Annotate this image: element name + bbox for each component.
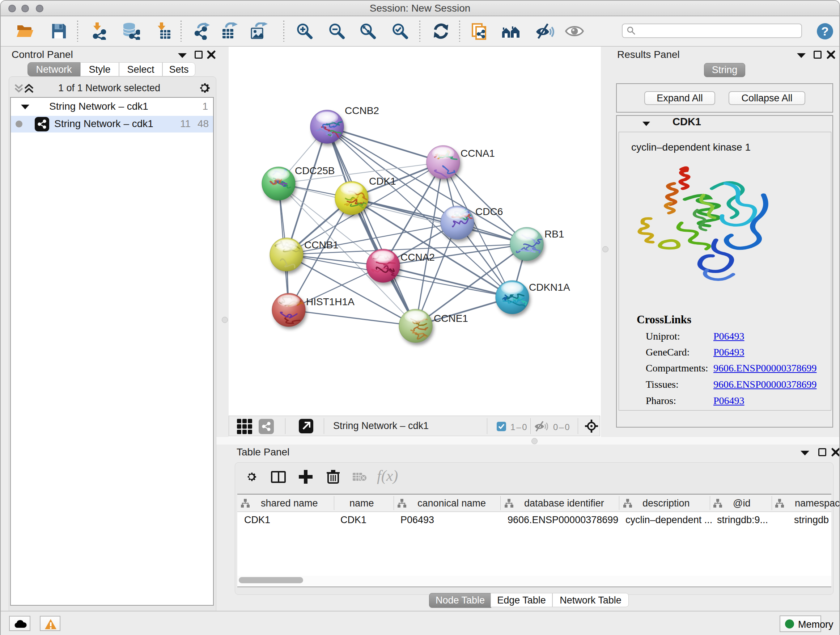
svg-text:CCNB1: CCNB1 <box>304 239 339 250</box>
svg-text:CDC6: CDC6 <box>475 206 503 217</box>
svg-text:CDC25B: CDC25B <box>295 165 335 176</box>
svg-text:RB1: RB1 <box>545 228 564 240</box>
svg-text:CCNE1: CCNE1 <box>434 313 468 324</box>
svg-text:CCNB2: CCNB2 <box>345 105 379 116</box>
svg-text:CDKN1A: CDKN1A <box>529 282 570 293</box>
svg-text:CCNA2: CCNA2 <box>401 252 435 263</box>
svg-text:CDK1: CDK1 <box>369 176 396 187</box>
svg-text:HIST1H1A: HIST1H1A <box>306 296 355 307</box>
svg-text:CCNA1: CCNA1 <box>461 148 495 159</box>
